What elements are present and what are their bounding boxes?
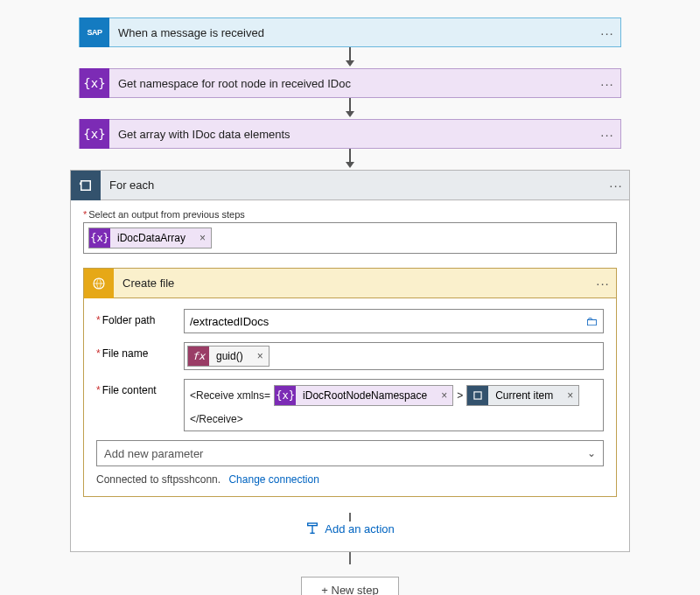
arrow [35, 149, 665, 170]
variable-icon: {x} [275, 385, 296, 406]
arrow [35, 98, 665, 119]
namespace-step[interactable]: {x} Get namespace for root node in recei… [79, 68, 621, 98]
file-content-input[interactable]: <Receive xmlns= {x} iDocRootNodeNamespac… [184, 379, 604, 431]
fx-icon: fx [188, 346, 209, 367]
current-item-token[interactable]: Current item × [466, 385, 579, 406]
connector-line [349, 552, 351, 564]
sap-icon: SAP [80, 18, 109, 47]
folder-path-input[interactable]: /extractedIDocs 🗀 [184, 309, 604, 333]
svg-rect-8 [474, 392, 481, 399]
add-action-link[interactable]: Add an action [305, 522, 395, 536]
file-content-label: *File content [96, 379, 184, 396]
guid-token[interactable]: fx guid() × [187, 346, 270, 367]
remove-token[interactable]: × [434, 386, 452, 405]
svg-marker-5 [346, 162, 354, 168]
foreach-title: For each [101, 178, 603, 192]
loop-icon [71, 171, 101, 200]
add-action-icon [305, 522, 319, 536]
foreach-header[interactable]: For each ··· [71, 171, 629, 200]
create-file-action: Create file ··· *Folder path /extractedI… [83, 268, 617, 497]
create-file-header[interactable]: Create file ··· [84, 269, 616, 298]
trigger-step[interactable]: SAP When a message is received ··· [79, 18, 621, 47]
svg-marker-1 [346, 60, 354, 66]
chevron-down-icon: ⌄ [587, 447, 596, 459]
foreach-container: For each ··· *Select an output from prev… [70, 170, 630, 552]
remove-token[interactable]: × [250, 346, 269, 366]
connector-line [349, 513, 351, 522]
namespace-token[interactable]: {x} iDocRootNodeNamespace × [274, 385, 453, 406]
trigger-title: When a message is received [109, 26, 594, 39]
array-title: Get array with IDoc data elements [109, 128, 594, 141]
folder-path-label: *Folder path [96, 309, 184, 326]
trigger-menu[interactable]: ··· [594, 25, 620, 40]
foreach-select-label: *Select an output from previous steps [83, 209, 617, 220]
change-connection-link[interactable]: Change connection [228, 473, 318, 486]
idoc-array-token[interactable]: {x} iDocDataArray × [88, 228, 212, 248]
variable-icon: {x} [80, 119, 109, 149]
connection-info: Connected to sftpsshconn. Change connect… [96, 473, 604, 486]
array-menu[interactable]: ··· [594, 127, 620, 142]
remove-token[interactable]: × [560, 386, 578, 405]
remove-token[interactable]: × [192, 228, 211, 248]
arrow [35, 47, 665, 68]
sftp-icon [84, 269, 114, 298]
create-file-menu[interactable]: ··· [590, 276, 616, 290]
svg-rect-6 [81, 180, 91, 190]
svg-rect-9 [308, 523, 318, 526]
add-parameter-dropdown[interactable]: Add new parameter ⌄ [96, 440, 604, 466]
loop-icon [467, 385, 488, 406]
namespace-menu[interactable]: ··· [594, 76, 620, 91]
foreach-menu[interactable]: ··· [603, 178, 629, 192]
new-step-button[interactable]: + New step [301, 577, 398, 595]
variable-icon: {x} [89, 228, 110, 248]
file-name-input[interactable]: fx guid() × [184, 342, 604, 370]
namespace-title: Get namespace for root node in received … [109, 77, 594, 90]
browse-folder-icon[interactable]: 🗀 [585, 314, 598, 328]
array-step[interactable]: {x} Get array with IDoc data elements ··… [79, 119, 621, 149]
foreach-input[interactable]: {x} iDocDataArray × [83, 222, 617, 254]
file-name-label: *File name [96, 342, 184, 360]
svg-marker-3 [346, 111, 354, 117]
variable-icon: {x} [80, 68, 109, 98]
create-file-title: Create file [114, 276, 590, 290]
